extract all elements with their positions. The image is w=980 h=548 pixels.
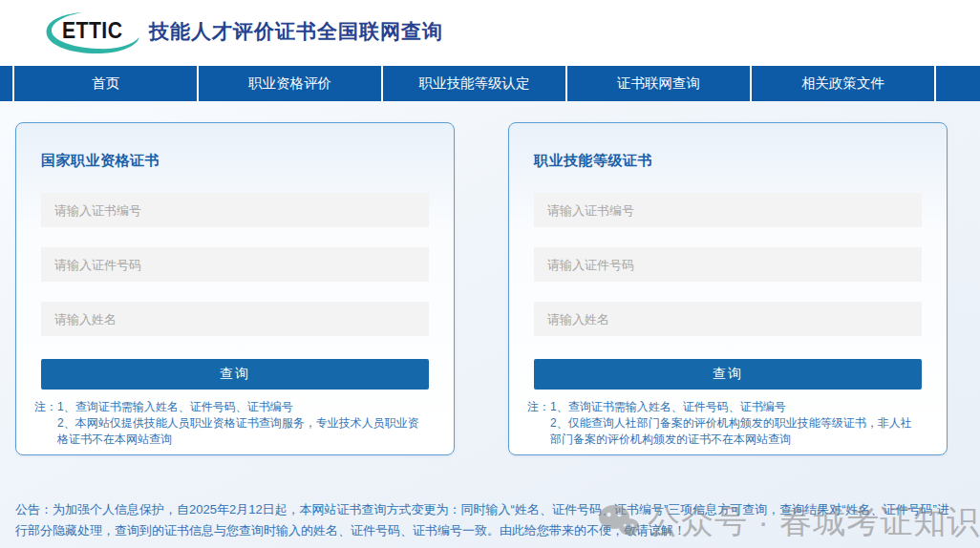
name-input[interactable] [41,302,429,336]
note-body: 1、查询证书需输入姓名、证件号码、证书编号 2、本网站仅提供技能人员职业资格证书… [57,399,429,448]
card-title-skill-level: 职业技能等级证书 [534,152,922,170]
card-notes: 注： 1、查询证书需输入姓名、证件号码、证书编号 2、仅能查询人社部门备案的评价… [527,399,922,448]
note-line-1: 1、查询证书需输入姓名、证件号码、证书编号 [550,400,786,413]
header: ETTIC 技能人才评价证书全国联网查询 [0,0,980,66]
id-number-input[interactable] [534,247,922,282]
watermark: 公众号 · 春城考证知识库 [598,500,980,544]
certificate-number-input[interactable] [41,193,429,227]
national-qualification-card: 国家职业资格证书 查询 注： 1、查询证书需输入姓名、证件号码、证书编号 2、本… [15,122,455,455]
id-number-input[interactable] [41,247,429,282]
note-prefix: 注： [527,399,550,448]
logo-text: ETTIC [62,18,122,44]
nav-spacer [934,66,980,101]
certificate-number-input[interactable] [534,193,922,227]
query-cards: 国家职业资格证书 查询 注： 1、查询证书需输入姓名、证件号码、证书编号 2、本… [0,101,980,455]
ettic-logo: ETTIC [46,9,143,56]
nav-item-policy-documents[interactable]: 相关政策文件 [750,66,934,101]
note-line-1: 1、查询证书需输入姓名、证件号码、证书编号 [57,400,293,413]
watermark-text: 公众号 · 春城考证知识库 [648,500,980,544]
note-line-2: 2、本网站仅提供技能人员职业资格证书查询服务，专业技术人员职业资格证书不在本网站… [57,416,419,446]
note-prefix: 注： [34,399,57,448]
name-input[interactable] [534,302,922,336]
card-title-national-qualification: 国家职业资格证书 [41,152,429,170]
skill-level-card: 职业技能等级证书 查询 注： 1、查询证书需输入姓名、证件号码、证书编号 2、仅… [508,122,948,455]
nav-item-home[interactable]: 首页 [12,66,197,101]
note-body: 1、查询证书需输入姓名、证件号码、证书编号 2、仅能查询人社部门备案的评价机构颁… [550,399,922,448]
query-button[interactable]: 查询 [534,359,922,390]
page-title: 技能人才评价证书全国联网查询 [149,18,443,45]
nav-item-qualification-evaluation[interactable]: 职业资格评价 [197,66,381,101]
nav-spacer [0,66,12,101]
nav-item-skill-level-certification[interactable]: 职业技能等级认定 [381,66,565,101]
nav-item-certificate-query[interactable]: 证书联网查询 [565,66,750,101]
card-notes: 注： 1、查询证书需输入姓名、证件号码、证书编号 2、本网站仅提供技能人员职业资… [34,399,429,448]
note-line-2: 2、仅能查询人社部门备案的评价机构颁发的职业技能等级证书，非人社部门备案的评价机… [550,416,912,446]
main-content: 国家职业资格证书 查询 注： 1、查询证书需输入姓名、证件号码、证书编号 2、本… [0,101,980,548]
query-button[interactable]: 查询 [41,359,429,390]
wechat-icon [598,503,640,541]
main-nav: 首页 职业资格评价 职业技能等级认定 证书联网查询 相关政策文件 [0,66,980,101]
